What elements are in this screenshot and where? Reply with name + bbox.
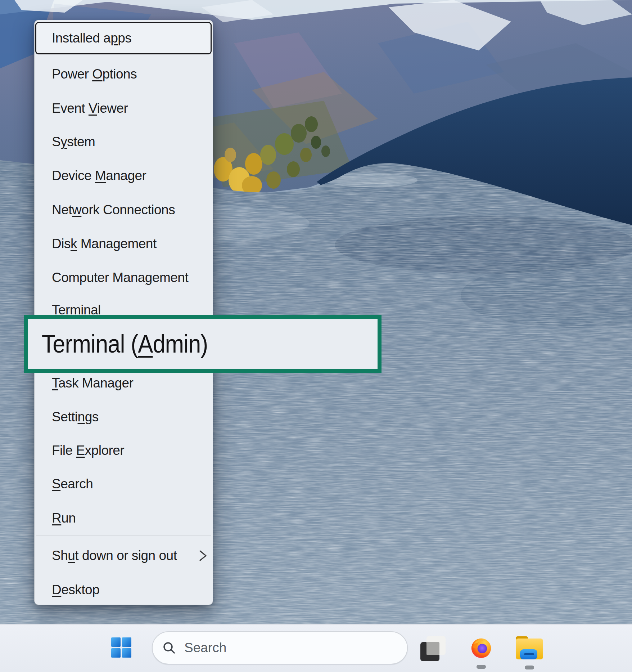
- menu-item-label: Search: [52, 476, 93, 492]
- menu-item-label: Task Manager: [52, 376, 133, 391]
- folder-icon: [515, 636, 543, 660]
- menu-item-desktop[interactable]: Desktop: [35, 573, 213, 607]
- start-button[interactable]: [111, 637, 132, 658]
- menu-item-search[interactable]: Search: [35, 467, 213, 501]
- windows-logo-icon: [111, 637, 132, 658]
- menu-item-label: Disk Management: [52, 236, 157, 251]
- menu-item-network-connections[interactable]: Network Connections: [35, 193, 213, 227]
- menu-item-label: Terminal (Admin): [42, 330, 208, 358]
- menu-item-run[interactable]: Run: [35, 501, 213, 535]
- search-placeholder-text: Search: [184, 640, 226, 655]
- desktop-screen: Installed apps Power Options Event Viewe…: [0, 0, 632, 672]
- firefox-running-indicator: [477, 665, 486, 669]
- menu-item-label: Settings: [52, 409, 99, 425]
- menu-item-disk-management[interactable]: Disk Management: [35, 227, 213, 261]
- menu-item-computer-management[interactable]: Computer Management: [35, 261, 213, 295]
- menu-item-label: System: [52, 134, 95, 149]
- menu-item-label: Computer Management: [52, 270, 188, 285]
- menu-item-label: File Explorer: [52, 443, 124, 458]
- menu-item-label: Network Connections: [52, 202, 175, 218]
- menu-item-label: Run: [52, 511, 76, 526]
- winx-quick-link-menu: Installed apps Power Options Event Viewe…: [34, 20, 213, 605]
- firefox-icon: [470, 637, 492, 659]
- menu-item-label: Power Options: [52, 67, 137, 82]
- taskbar-search-box[interactable]: Search: [152, 631, 408, 664]
- menu-item-settings[interactable]: Settings: [35, 400, 213, 434]
- file-explorer-taskbar-button[interactable]: [515, 636, 543, 660]
- menu-item-terminal-admin[interactable]: Terminal (Admin): [28, 330, 208, 358]
- task-view-icon: [420, 636, 446, 661]
- file-explorer-running-indicator: [525, 666, 534, 669]
- menu-item-label: Desktop: [52, 582, 99, 597]
- menu-item-device-manager[interactable]: Device Manager: [35, 159, 213, 193]
- menu-item-label: Shut down or sign out: [52, 548, 177, 563]
- menu-item-system[interactable]: System: [35, 125, 213, 159]
- firefox-taskbar-button[interactable]: [470, 637, 492, 659]
- chevron-right-icon: [198, 549, 208, 562]
- menu-item-power-options[interactable]: Power Options: [35, 57, 213, 91]
- menu-item-event-viewer[interactable]: Event Viewer: [35, 91, 213, 125]
- menu-separator: [36, 535, 211, 536]
- search-magnifier-icon: [162, 641, 176, 655]
- annotation-highlight-box: Terminal (Admin): [24, 315, 382, 373]
- task-view-button[interactable]: [420, 636, 446, 661]
- menu-item-label: Device Manager: [52, 168, 146, 183]
- menu-item-shut-down-or-sign-out[interactable]: Shut down or sign out: [35, 539, 213, 573]
- menu-item-installed-apps[interactable]: Installed apps: [35, 22, 212, 54]
- menu-item-file-explorer[interactable]: File Explorer: [35, 434, 213, 467]
- menu-item-label: Installed apps: [52, 31, 131, 46]
- taskbar: Search: [0, 624, 632, 672]
- menu-item-label: Event Viewer: [52, 101, 128, 116]
